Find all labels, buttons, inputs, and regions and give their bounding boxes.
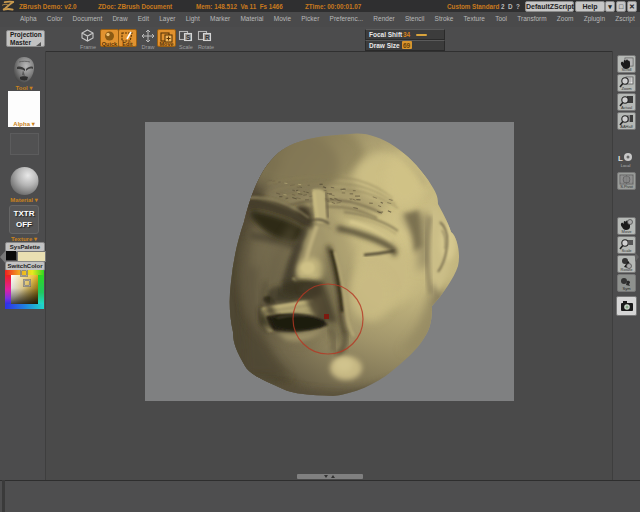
svg-text:R: R: [205, 34, 210, 41]
svg-text:L: L: [618, 154, 623, 163]
svg-text:S: S: [186, 34, 191, 41]
